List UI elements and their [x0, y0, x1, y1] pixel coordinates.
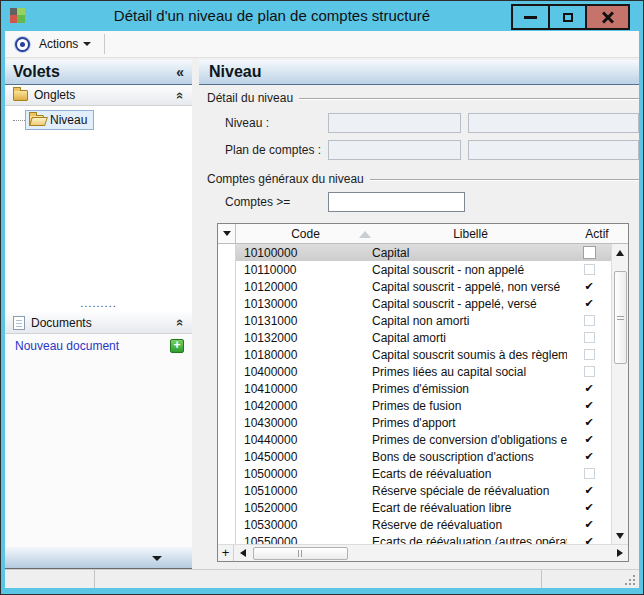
actif-checkbox[interactable]: ✔	[584, 519, 593, 530]
table-row[interactable]: 10130000 Capital souscrit - appelé, vers…	[218, 295, 611, 312]
cell-actif[interactable]: ✔	[567, 536, 611, 544]
actif-checkbox[interactable]: ✔	[584, 417, 593, 428]
column-header-actif[interactable]: Actif	[566, 227, 628, 241]
row-selector-cell[interactable]	[218, 329, 236, 346]
cell-actif[interactable]	[567, 246, 611, 259]
scroll-right-button[interactable]	[611, 545, 628, 562]
cell-actif[interactable]: ✔	[567, 383, 611, 394]
actif-checkbox[interactable]: ✔	[584, 400, 593, 411]
scroll-up-button[interactable]	[612, 244, 629, 261]
row-selector-cell[interactable]	[218, 414, 236, 431]
cell-actif[interactable]	[567, 349, 611, 360]
actions-menu-button[interactable]: Actions	[39, 37, 78, 51]
horizontal-scrollbar[interactable]: +	[218, 544, 628, 561]
actif-checkbox[interactable]	[584, 315, 595, 326]
table-row[interactable]: 10510000 Réserve spéciale de réévaluatio…	[218, 482, 611, 499]
chevron-down-icon[interactable]	[83, 42, 91, 46]
actif-checkbox[interactable]: ✔	[584, 281, 593, 292]
row-selector-header[interactable]	[218, 224, 236, 243]
table-row[interactable]: 10131000 Capital non amorti	[218, 312, 611, 329]
comptes-filter-input[interactable]	[328, 192, 465, 212]
sidebar-bottom-bar[interactable]	[5, 547, 192, 569]
row-selector-cell[interactable]	[218, 312, 236, 329]
actif-checkbox[interactable]	[584, 366, 595, 377]
minimize-button[interactable]	[511, 4, 550, 30]
table-row[interactable]: 10132000 Capital amorti	[218, 329, 611, 346]
table-row[interactable]: 10100000 Capital	[218, 244, 611, 261]
actif-checkbox[interactable]	[583, 246, 596, 259]
cell-actif[interactable]: ✔	[567, 451, 611, 462]
cell-actif[interactable]: ✔	[567, 485, 611, 496]
actif-checkbox[interactable]: ✔	[584, 451, 593, 462]
table-row[interactable]: 10180000 Capital souscrit soumis à des r…	[218, 346, 611, 363]
row-selector-cell[interactable]	[218, 482, 236, 499]
table-row[interactable]: 10110000 Capital souscrit - non appelé	[218, 261, 611, 278]
actif-checkbox[interactable]	[584, 332, 595, 343]
row-selector-cell[interactable]	[218, 363, 236, 380]
row-selector-cell[interactable]	[218, 380, 236, 397]
new-document-link[interactable]: Nouveau document	[15, 339, 119, 353]
cell-actif[interactable]: ✔	[567, 400, 611, 411]
more-panels-icon[interactable]	[152, 556, 162, 561]
table-row[interactable]: 10440000 Primes de conversion d'obligati…	[218, 431, 611, 448]
row-selector-cell[interactable]	[218, 516, 236, 533]
add-row-button[interactable]: +	[218, 545, 234, 561]
row-selector-cell[interactable]	[218, 295, 236, 312]
actif-checkbox[interactable]: ✔	[584, 536, 593, 544]
sidebar-group-documents[interactable]: Documents «	[5, 312, 192, 334]
cell-actif[interactable]: ✔	[567, 298, 611, 309]
scroll-down-button[interactable]	[612, 527, 629, 544]
table-row[interactable]: 10550000 Ecarts de réévaluation (autres …	[218, 533, 611, 544]
column-header-code[interactable]: Code	[236, 227, 375, 241]
row-selector-cell[interactable]	[218, 499, 236, 516]
table-row[interactable]: 10450000 Bons de souscription d'actions …	[218, 448, 611, 465]
horizontal-scrollbar-thumb[interactable]	[253, 547, 348, 560]
table-row[interactable]: 10500000 Ecarts de réévaluation	[218, 465, 611, 482]
cell-actif[interactable]	[567, 315, 611, 326]
row-selector-cell[interactable]	[218, 465, 236, 482]
table-row[interactable]: 10530000 Réserve de réévaluation ✔	[218, 516, 611, 533]
actif-checkbox[interactable]: ✔	[584, 502, 593, 513]
cell-actif[interactable]	[567, 468, 611, 479]
actif-checkbox[interactable]: ✔	[584, 298, 593, 309]
actif-checkbox[interactable]: ✔	[584, 383, 593, 394]
row-selector-cell[interactable]	[218, 261, 236, 278]
maximize-button[interactable]	[548, 4, 587, 30]
table-row[interactable]: 10430000 Primes d'apport ✔	[218, 414, 611, 431]
resize-grip[interactable]	[633, 583, 635, 585]
table-row[interactable]: 10400000 Primes liées au capital social	[218, 363, 611, 380]
row-selector-cell[interactable]	[218, 244, 236, 261]
cell-actif[interactable]: ✔	[567, 434, 611, 445]
cell-actif[interactable]: ✔	[567, 519, 611, 530]
actif-checkbox[interactable]: ✔	[584, 485, 593, 496]
collapse-group-icon[interactable]: «	[173, 319, 188, 326]
column-header-libelle[interactable]: Libellé	[375, 227, 566, 241]
actif-checkbox[interactable]	[584, 468, 595, 479]
table-row[interactable]: 10520000 Ecart de réévaluation libre ✔	[218, 499, 611, 516]
cell-actif[interactable]: ✔	[567, 502, 611, 513]
row-selector-cell[interactable]	[218, 533, 236, 544]
actif-checkbox[interactable]: ✔	[584, 434, 593, 445]
tree-item-selected[interactable]: Niveau	[25, 110, 94, 130]
collapse-sidebar-button[interactable]: «	[176, 64, 184, 80]
row-selector-cell[interactable]	[218, 346, 236, 363]
splitter-handle[interactable]: .........	[5, 299, 192, 312]
cell-actif[interactable]	[567, 366, 611, 377]
row-selector-cell[interactable]	[218, 448, 236, 465]
table-row[interactable]: 10120000 Capital souscrit - appelé, non …	[218, 278, 611, 295]
cell-actif[interactable]	[567, 264, 611, 275]
table-row[interactable]: 10420000 Primes de fusion ✔	[218, 397, 611, 414]
row-selector-cell[interactable]	[218, 397, 236, 414]
titlebar[interactable]: Détail d'un niveau de plan de comptes st…	[1, 1, 643, 31]
actif-checkbox[interactable]	[584, 349, 595, 360]
close-button[interactable]	[585, 4, 630, 30]
vertical-scrollbar-thumb[interactable]	[614, 271, 627, 364]
actif-checkbox[interactable]	[584, 264, 595, 275]
tree-item-niveau[interactable]: Niveau	[13, 110, 192, 130]
cell-actif[interactable]	[567, 332, 611, 343]
scroll-left-button[interactable]	[234, 545, 251, 562]
vertical-scrollbar[interactable]	[611, 244, 628, 544]
collapse-group-icon[interactable]: «	[173, 91, 188, 98]
cell-actif[interactable]: ✔	[567, 417, 611, 428]
cell-actif[interactable]: ✔	[567, 281, 611, 292]
